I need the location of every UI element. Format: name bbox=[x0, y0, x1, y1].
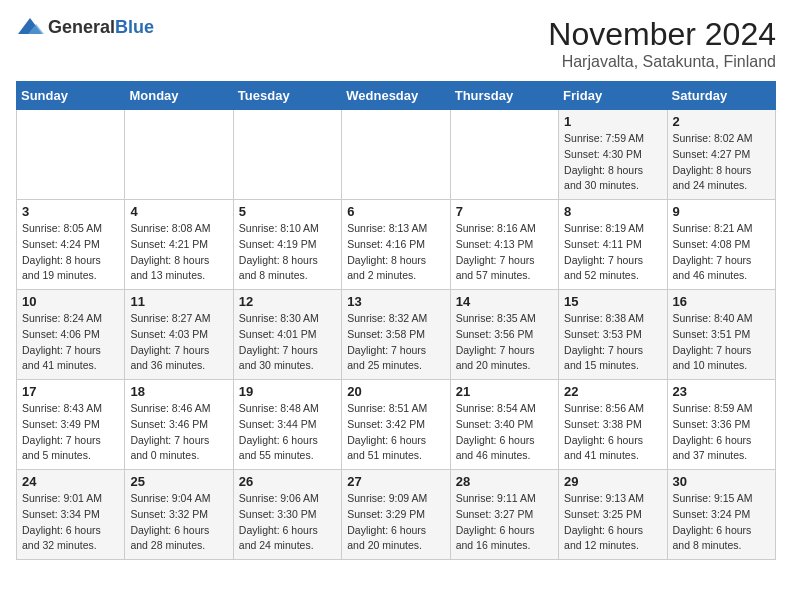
calendar-cell: 19Sunrise: 8:48 AMSunset: 3:44 PMDayligh… bbox=[233, 380, 341, 470]
calendar-cell: 12Sunrise: 8:30 AMSunset: 4:01 PMDayligh… bbox=[233, 290, 341, 380]
day-info: Sunrise: 8:19 AMSunset: 4:11 PMDaylight:… bbox=[564, 221, 661, 284]
day-number: 8 bbox=[564, 204, 661, 219]
calendar-cell: 28Sunrise: 9:11 AMSunset: 3:27 PMDayligh… bbox=[450, 470, 558, 560]
header-sunday: Sunday bbox=[17, 82, 125, 110]
calendar-cell: 15Sunrise: 8:38 AMSunset: 3:53 PMDayligh… bbox=[559, 290, 667, 380]
calendar-cell: 9Sunrise: 8:21 AMSunset: 4:08 PMDaylight… bbox=[667, 200, 775, 290]
day-info: Sunrise: 9:01 AMSunset: 3:34 PMDaylight:… bbox=[22, 491, 119, 554]
day-number: 2 bbox=[673, 114, 770, 129]
calendar-cell: 23Sunrise: 8:59 AMSunset: 3:36 PMDayligh… bbox=[667, 380, 775, 470]
calendar-cell: 25Sunrise: 9:04 AMSunset: 3:32 PMDayligh… bbox=[125, 470, 233, 560]
calendar-cell: 30Sunrise: 9:15 AMSunset: 3:24 PMDayligh… bbox=[667, 470, 775, 560]
calendar-cell: 20Sunrise: 8:51 AMSunset: 3:42 PMDayligh… bbox=[342, 380, 450, 470]
day-number: 13 bbox=[347, 294, 444, 309]
calendar-cell: 14Sunrise: 8:35 AMSunset: 3:56 PMDayligh… bbox=[450, 290, 558, 380]
calendar-cell: 3Sunrise: 8:05 AMSunset: 4:24 PMDaylight… bbox=[17, 200, 125, 290]
calendar-cell: 5Sunrise: 8:10 AMSunset: 4:19 PMDaylight… bbox=[233, 200, 341, 290]
calendar-cell: 10Sunrise: 8:24 AMSunset: 4:06 PMDayligh… bbox=[17, 290, 125, 380]
calendar-cell bbox=[342, 110, 450, 200]
day-info: Sunrise: 8:32 AMSunset: 3:58 PMDaylight:… bbox=[347, 311, 444, 374]
calendar-cell: 27Sunrise: 9:09 AMSunset: 3:29 PMDayligh… bbox=[342, 470, 450, 560]
calendar-table: SundayMondayTuesdayWednesdayThursdayFrid… bbox=[16, 81, 776, 560]
day-number: 11 bbox=[130, 294, 227, 309]
calendar-cell: 29Sunrise: 9:13 AMSunset: 3:25 PMDayligh… bbox=[559, 470, 667, 560]
day-info: Sunrise: 8:21 AMSunset: 4:08 PMDaylight:… bbox=[673, 221, 770, 284]
calendar-cell: 4Sunrise: 8:08 AMSunset: 4:21 PMDaylight… bbox=[125, 200, 233, 290]
day-number: 1 bbox=[564, 114, 661, 129]
calendar-cell: 21Sunrise: 8:54 AMSunset: 3:40 PMDayligh… bbox=[450, 380, 558, 470]
header-tuesday: Tuesday bbox=[233, 82, 341, 110]
day-info: Sunrise: 8:13 AMSunset: 4:16 PMDaylight:… bbox=[347, 221, 444, 284]
day-number: 18 bbox=[130, 384, 227, 399]
logo-blue: Blue bbox=[115, 17, 154, 37]
title-area: November 2024 Harjavalta, Satakunta, Fin… bbox=[548, 16, 776, 71]
calendar-cell bbox=[125, 110, 233, 200]
day-number: 3 bbox=[22, 204, 119, 219]
day-info: Sunrise: 9:13 AMSunset: 3:25 PMDaylight:… bbox=[564, 491, 661, 554]
day-info: Sunrise: 8:38 AMSunset: 3:53 PMDaylight:… bbox=[564, 311, 661, 374]
week-row-1: 1Sunrise: 7:59 AMSunset: 4:30 PMDaylight… bbox=[17, 110, 776, 200]
day-info: Sunrise: 8:48 AMSunset: 3:44 PMDaylight:… bbox=[239, 401, 336, 464]
day-info: Sunrise: 8:54 AMSunset: 3:40 PMDaylight:… bbox=[456, 401, 553, 464]
calendar-body: 1Sunrise: 7:59 AMSunset: 4:30 PMDaylight… bbox=[17, 110, 776, 560]
day-info: Sunrise: 8:27 AMSunset: 4:03 PMDaylight:… bbox=[130, 311, 227, 374]
calendar-cell bbox=[450, 110, 558, 200]
header-saturday: Saturday bbox=[667, 82, 775, 110]
day-number: 26 bbox=[239, 474, 336, 489]
week-row-3: 10Sunrise: 8:24 AMSunset: 4:06 PMDayligh… bbox=[17, 290, 776, 380]
calendar-cell: 22Sunrise: 8:56 AMSunset: 3:38 PMDayligh… bbox=[559, 380, 667, 470]
day-number: 23 bbox=[673, 384, 770, 399]
day-number: 20 bbox=[347, 384, 444, 399]
logo-icon bbox=[16, 16, 44, 38]
day-info: Sunrise: 8:40 AMSunset: 3:51 PMDaylight:… bbox=[673, 311, 770, 374]
day-info: Sunrise: 8:05 AMSunset: 4:24 PMDaylight:… bbox=[22, 221, 119, 284]
calendar-cell: 7Sunrise: 8:16 AMSunset: 4:13 PMDaylight… bbox=[450, 200, 558, 290]
day-number: 19 bbox=[239, 384, 336, 399]
day-info: Sunrise: 8:08 AMSunset: 4:21 PMDaylight:… bbox=[130, 221, 227, 284]
day-info: Sunrise: 9:04 AMSunset: 3:32 PMDaylight:… bbox=[130, 491, 227, 554]
calendar-header: SundayMondayTuesdayWednesdayThursdayFrid… bbox=[17, 82, 776, 110]
day-info: Sunrise: 8:24 AMSunset: 4:06 PMDaylight:… bbox=[22, 311, 119, 374]
day-number: 6 bbox=[347, 204, 444, 219]
day-info: Sunrise: 8:51 AMSunset: 3:42 PMDaylight:… bbox=[347, 401, 444, 464]
calendar-cell: 24Sunrise: 9:01 AMSunset: 3:34 PMDayligh… bbox=[17, 470, 125, 560]
day-info: Sunrise: 8:56 AMSunset: 3:38 PMDaylight:… bbox=[564, 401, 661, 464]
header-friday: Friday bbox=[559, 82, 667, 110]
calendar-cell: 11Sunrise: 8:27 AMSunset: 4:03 PMDayligh… bbox=[125, 290, 233, 380]
calendar-cell bbox=[233, 110, 341, 200]
day-info: Sunrise: 8:59 AMSunset: 3:36 PMDaylight:… bbox=[673, 401, 770, 464]
day-number: 7 bbox=[456, 204, 553, 219]
month-title: November 2024 bbox=[548, 16, 776, 53]
day-number: 5 bbox=[239, 204, 336, 219]
day-number: 30 bbox=[673, 474, 770, 489]
week-row-4: 17Sunrise: 8:43 AMSunset: 3:49 PMDayligh… bbox=[17, 380, 776, 470]
location-title: Harjavalta, Satakunta, Finland bbox=[548, 53, 776, 71]
day-number: 17 bbox=[22, 384, 119, 399]
calendar-cell: 1Sunrise: 7:59 AMSunset: 4:30 PMDaylight… bbox=[559, 110, 667, 200]
day-number: 10 bbox=[22, 294, 119, 309]
calendar-cell: 13Sunrise: 8:32 AMSunset: 3:58 PMDayligh… bbox=[342, 290, 450, 380]
day-number: 24 bbox=[22, 474, 119, 489]
calendar-cell: 6Sunrise: 8:13 AMSunset: 4:16 PMDaylight… bbox=[342, 200, 450, 290]
day-number: 12 bbox=[239, 294, 336, 309]
day-info: Sunrise: 8:46 AMSunset: 3:46 PMDaylight:… bbox=[130, 401, 227, 464]
day-number: 9 bbox=[673, 204, 770, 219]
day-number: 21 bbox=[456, 384, 553, 399]
header-monday: Monday bbox=[125, 82, 233, 110]
week-row-2: 3Sunrise: 8:05 AMSunset: 4:24 PMDaylight… bbox=[17, 200, 776, 290]
day-number: 22 bbox=[564, 384, 661, 399]
calendar-cell: 8Sunrise: 8:19 AMSunset: 4:11 PMDaylight… bbox=[559, 200, 667, 290]
calendar-cell: 2Sunrise: 8:02 AMSunset: 4:27 PMDaylight… bbox=[667, 110, 775, 200]
day-info: Sunrise: 8:35 AMSunset: 3:56 PMDaylight:… bbox=[456, 311, 553, 374]
calendar-cell: 18Sunrise: 8:46 AMSunset: 3:46 PMDayligh… bbox=[125, 380, 233, 470]
day-info: Sunrise: 8:02 AMSunset: 4:27 PMDaylight:… bbox=[673, 131, 770, 194]
header-wednesday: Wednesday bbox=[342, 82, 450, 110]
calendar-cell: 26Sunrise: 9:06 AMSunset: 3:30 PMDayligh… bbox=[233, 470, 341, 560]
day-number: 16 bbox=[673, 294, 770, 309]
day-number: 29 bbox=[564, 474, 661, 489]
day-info: Sunrise: 9:15 AMSunset: 3:24 PMDaylight:… bbox=[673, 491, 770, 554]
calendar-cell: 17Sunrise: 8:43 AMSunset: 3:49 PMDayligh… bbox=[17, 380, 125, 470]
day-number: 14 bbox=[456, 294, 553, 309]
day-info: Sunrise: 9:11 AMSunset: 3:27 PMDaylight:… bbox=[456, 491, 553, 554]
day-info: Sunrise: 9:06 AMSunset: 3:30 PMDaylight:… bbox=[239, 491, 336, 554]
